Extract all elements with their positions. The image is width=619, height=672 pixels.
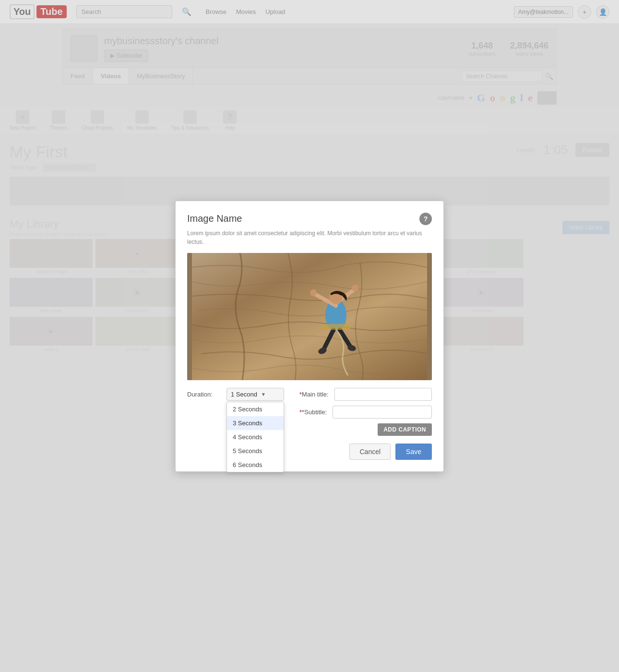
- duration-option-2s[interactable]: 2 Seconds: [227, 402, 284, 416]
- duration-dropdown-menu: 2 Seconds 3 Seconds 4 Seconds 5 Seconds …: [226, 402, 284, 472]
- modal-header: Image Name ?: [187, 213, 432, 225]
- subtitle-row: **Subtitle:: [187, 406, 432, 419]
- dropdown-arrow-icon: ▼: [261, 392, 266, 397]
- help-button[interactable]: ?: [419, 213, 432, 225]
- save-button[interactable]: Save: [395, 444, 432, 460]
- main-title-text: Main title:: [302, 391, 329, 398]
- climber-image: [187, 253, 432, 380]
- duration-row: Duration: 1 Second ▼ 2 Seconds 3 Seconds…: [187, 388, 432, 401]
- duration-option-3s[interactable]: 3 Seconds: [227, 416, 284, 430]
- image-name-modal: Image Name ? Lorem ipsum dolor sit amet …: [175, 201, 444, 472]
- subtitle-label: **Subtitle:: [299, 408, 327, 416]
- duration-label: Duration:: [187, 391, 221, 398]
- svg-rect-11: [321, 324, 350, 330]
- duration-option-5s[interactable]: 5 Seconds: [227, 444, 284, 458]
- cancel-button[interactable]: Cancel: [349, 444, 391, 460]
- subtitle-text: *Subtitle:: [302, 408, 327, 416]
- optional-row: *Optional ADD CAPTION: [187, 423, 432, 436]
- duration-option-6s[interactable]: 6 Seconds: [227, 458, 284, 472]
- modal-description: Lorem ipsum dolor sit amet consectetur a…: [187, 229, 432, 246]
- svg-point-5: [310, 289, 317, 296]
- modal-overlay: Image Name ? Lorem ipsum dolor sit amet …: [0, 0, 619, 672]
- add-caption-button[interactable]: ADD CAPTION: [378, 423, 432, 436]
- main-title-label: *Main title:: [299, 391, 329, 398]
- duration-selected-value: 1 Second: [231, 391, 257, 398]
- modal-image: [187, 253, 432, 380]
- modal-actions: Cancel Save: [187, 444, 432, 460]
- modal-title: Image Name: [187, 213, 242, 224]
- duration-option-4s[interactable]: 4 Seconds: [227, 430, 284, 444]
- duration-container: 1 Second ▼ 2 Seconds 3 Seconds 4 Seconds…: [226, 388, 284, 401]
- subtitle-input[interactable]: [333, 406, 432, 419]
- duration-select[interactable]: 1 Second ▼: [226, 388, 284, 401]
- svg-point-4: [352, 285, 358, 291]
- main-title-input[interactable]: [334, 388, 432, 401]
